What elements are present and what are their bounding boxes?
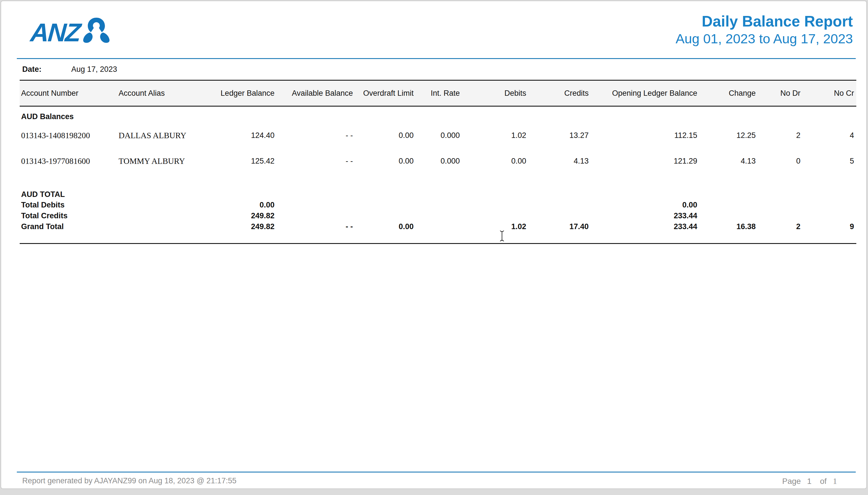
- opening-ledger-balance: 112.15: [591, 123, 699, 149]
- overdraft-limit: 0.00: [355, 149, 416, 174]
- anz-logo-wordmark: ANZ: [30, 18, 81, 47]
- debits: 0.00: [462, 149, 528, 174]
- col-no-cr: No Cr: [803, 80, 856, 106]
- ledger-balance: 125.42: [195, 149, 277, 174]
- total-debits-row: Total Debits 0.00 0.00: [20, 200, 856, 210]
- spacer-row: [20, 232, 856, 244]
- spacer-row: [20, 174, 856, 189]
- currency-section-label: AUD Balances: [20, 106, 856, 123]
- no-cr: 4: [803, 123, 856, 149]
- total-debits-opening: 0.00: [591, 200, 699, 210]
- total-credits-ledger: 249.82: [195, 210, 277, 221]
- date-value: Aug 17, 2023: [71, 65, 117, 73]
- col-opening-ledger-balance: Opening Ledger Balance: [591, 80, 699, 106]
- col-credits: Credits: [528, 80, 591, 106]
- text-cursor-icon: [499, 230, 505, 243]
- anz-logo: ANZ: [31, 18, 110, 50]
- total-debits-label: Total Debits: [20, 200, 195, 210]
- grand-total-change: 16.38: [699, 221, 758, 232]
- grand-total-overdraft: 0.00: [355, 221, 416, 232]
- balance-table: Account Number Account Alias Ledger Bala…: [20, 80, 856, 244]
- header-divider-line: [17, 58, 856, 59]
- page-indicator: Page 1 of 1: [782, 477, 837, 486]
- int-rate: 0.000: [416, 123, 462, 149]
- overdraft-limit: 0.00: [355, 123, 416, 149]
- date-label: Date:: [22, 65, 70, 74]
- int-rate: 0.000: [416, 149, 462, 174]
- footer-divider-line: [17, 472, 856, 473]
- account-alias: TOMMY ALBURY: [117, 149, 195, 174]
- col-account-number: Account Number: [20, 80, 117, 106]
- col-debits: Debits: [462, 80, 528, 106]
- total-debits-ledger: 0.00: [195, 200, 277, 210]
- col-change: Change: [699, 80, 758, 106]
- totals-section-row: AUD TOTAL: [20, 189, 856, 200]
- report-viewport: ANZ Daily Balance Report Aug 01, 2023 to…: [0, 0, 868, 495]
- anz-person-icon: [83, 17, 110, 50]
- table-row: 013143-1408198200 DALLAS ALBURY 124.40 -…: [20, 123, 856, 149]
- page-label: Page: [782, 477, 801, 485]
- total-credits-row: Total Credits 249.82 233.44: [20, 210, 856, 221]
- grand-total-no-dr: 2: [758, 221, 803, 232]
- grand-total-opening: 233.44: [591, 221, 699, 232]
- grand-total-no-cr: 9: [803, 221, 856, 232]
- grand-total-label: Grand Total: [20, 221, 195, 232]
- opening-ledger-balance: 121.29: [591, 149, 699, 174]
- no-dr: 2: [758, 123, 803, 149]
- col-no-dr: No Dr: [758, 80, 803, 106]
- report-page: ANZ Daily Balance Report Aug 01, 2023 to…: [1, 1, 867, 489]
- no-dr: 0: [758, 149, 803, 174]
- credits: 4.13: [528, 149, 591, 174]
- page-total: 1: [833, 477, 837, 485]
- account-alias: DALLAS ALBURY: [117, 123, 195, 149]
- ledger-balance: 124.40: [195, 123, 277, 149]
- grand-total-debits: 1.02: [462, 221, 528, 232]
- grand-total-ledger: 249.82: [195, 221, 277, 232]
- grand-total-credits: 17.40: [528, 221, 591, 232]
- report-title: Daily Balance Report: [676, 13, 853, 30]
- col-ledger-balance: Ledger Balance: [195, 80, 277, 106]
- debits: 1.02: [462, 123, 528, 149]
- table-row: 013143-1977081600 TOMMY ALBURY 125.42 - …: [20, 149, 856, 174]
- total-credits-opening: 233.44: [591, 210, 699, 221]
- change: 12.25: [699, 123, 758, 149]
- no-cr: 5: [803, 149, 856, 174]
- total-credits-label: Total Credits: [20, 210, 195, 221]
- col-available-balance: Available Balance: [277, 80, 355, 106]
- available-balance: - -: [277, 123, 355, 149]
- currency-section-row: AUD Balances: [20, 106, 856, 123]
- available-balance: - -: [277, 149, 355, 174]
- report-title-block: Daily Balance Report Aug 01, 2023 to Aug…: [676, 13, 853, 47]
- page-number: 1: [807, 477, 812, 485]
- change: 4.13: [699, 149, 758, 174]
- col-int-rate: Int. Rate: [416, 80, 462, 106]
- grand-total-row: Grand Total 249.82 - - 0.00 1.02 17.40 2…: [20, 221, 856, 232]
- grand-total-available: - -: [277, 221, 355, 232]
- report-date-range: Aug 01, 2023 to Aug 17, 2023: [676, 30, 853, 47]
- credits: 13.27: [528, 123, 591, 149]
- col-account-alias: Account Alias: [117, 80, 195, 106]
- account-number: 013143-1408198200: [20, 123, 117, 149]
- report-generated-text: Report generated by AJAYANZ99 on Aug 18,…: [22, 477, 236, 485]
- report-date-row: Date: Aug 17, 2023: [22, 65, 117, 74]
- balance-table-header: Account Number Account Alias Ledger Bala…: [20, 80, 856, 106]
- totals-section-label: AUD TOTAL: [20, 189, 856, 200]
- header-row: Account Number Account Alias Ledger Bala…: [20, 80, 856, 106]
- page-of-label: of: [820, 477, 827, 485]
- account-number: 013143-1977081600: [20, 149, 117, 174]
- col-overdraft-limit: Overdraft Limit: [355, 80, 416, 106]
